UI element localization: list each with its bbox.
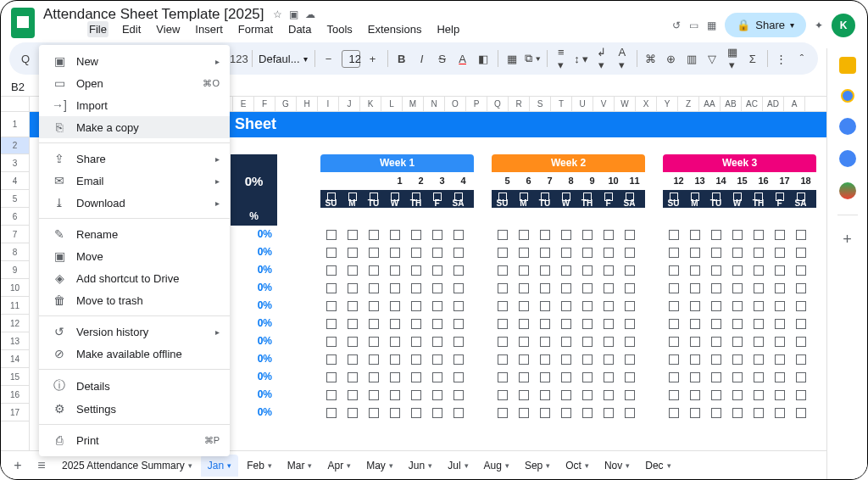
attendance-checkbox[interactable] <box>513 226 534 243</box>
attendance-checkbox[interactable] <box>726 350 748 368</box>
attendance-checkbox[interactable] <box>748 368 769 386</box>
share-button[interactable]: 🔒 Share ▾ <box>725 13 806 37</box>
attendance-checkbox[interactable] <box>663 386 684 404</box>
attendance-checkbox[interactable] <box>684 332 705 350</box>
menubar-view[interactable]: View <box>154 21 181 37</box>
attendance-checkbox[interactable] <box>426 279 448 297</box>
attendance-checkbox[interactable] <box>769 279 790 297</box>
functions-button[interactable]: Σ <box>745 53 760 65</box>
menu-new[interactable]: ▣New▸ <box>39 50 230 72</box>
attendance-checkbox[interactable] <box>663 368 684 386</box>
menu-details[interactable]: ⓘDetails <box>39 374 230 398</box>
row-header[interactable]: 3 <box>1 154 29 172</box>
attendance-checkbox[interactable] <box>534 332 555 350</box>
chevron-down-icon[interactable]: ▾ <box>428 461 432 470</box>
account-avatar[interactable]: K <box>832 14 855 37</box>
chevron-down-icon[interactable]: ▾ <box>227 461 231 470</box>
attendance-checkbox[interactable] <box>534 368 555 386</box>
doc-title[interactable]: Attendance Sheet Template [2025] <box>43 6 264 23</box>
attendance-checkbox[interactable] <box>363 243 384 261</box>
attendance-checkbox[interactable] <box>684 368 705 386</box>
attendance-checkbox[interactable] <box>534 386 555 404</box>
attendance-checkbox[interactable] <box>513 315 534 332</box>
col-header[interactable]: U <box>572 97 593 111</box>
attendance-checkbox[interactable] <box>492 368 513 386</box>
attendance-checkbox[interactable] <box>576 226 598 243</box>
row-header[interactable]: 13 <box>1 332 29 350</box>
menubar-edit[interactable]: Edit <box>120 21 142 37</box>
attendance-checkbox[interactable] <box>405 243 426 261</box>
col-header[interactable]: F <box>254 97 275 111</box>
attendance-checkbox[interactable] <box>726 243 748 261</box>
attendance-checkbox[interactable] <box>684 243 705 261</box>
attendance-checkbox[interactable] <box>790 368 811 386</box>
attendance-checkbox[interactable] <box>748 297 769 315</box>
attendance-checkbox[interactable] <box>748 332 769 350</box>
attendance-checkbox[interactable] <box>748 226 769 243</box>
attendance-checkbox[interactable] <box>663 404 684 421</box>
col-header[interactable]: X <box>636 97 657 111</box>
col-header[interactable]: AD <box>763 97 784 111</box>
attendance-checkbox[interactable] <box>726 404 748 421</box>
menubar-data[interactable]: Data <box>287 21 313 37</box>
attendance-checkbox[interactable] <box>534 315 555 332</box>
col-header[interactable]: T <box>551 97 572 111</box>
col-header[interactable]: N <box>424 97 445 111</box>
attendance-checkbox[interactable] <box>555 279 576 297</box>
row-header[interactable]: 11 <box>1 297 29 315</box>
attendance-checkbox[interactable] <box>555 226 576 243</box>
row-header[interactable]: 7 <box>1 226 29 243</box>
chevron-down-icon[interactable]: ▾ <box>347 461 351 470</box>
attendance-checkbox[interactable] <box>705 350 726 368</box>
attendance-checkbox[interactable] <box>555 404 576 421</box>
col-header[interactable]: I <box>318 97 339 111</box>
attendance-checkbox[interactable] <box>342 332 363 350</box>
attendance-checkbox[interactable] <box>426 386 448 404</box>
attendance-checkbox[interactable] <box>342 279 363 297</box>
chevron-down-icon[interactable]: ▾ <box>465 461 469 470</box>
zoom-value[interactable]: 123 <box>230 53 245 65</box>
attendance-checkbox[interactable] <box>405 297 426 315</box>
attendance-checkbox[interactable] <box>576 368 598 386</box>
attendance-checkbox[interactable] <box>320 315 342 332</box>
attendance-checkbox[interactable] <box>492 332 513 350</box>
menu-import[interactable]: →]Import <box>39 94 230 116</box>
attendance-checkbox[interactable] <box>769 368 790 386</box>
attendance-checkbox[interactable] <box>492 243 513 261</box>
attendance-checkbox[interactable] <box>320 261 342 279</box>
attendance-checkbox[interactable] <box>790 279 811 297</box>
attendance-checkbox[interactable] <box>513 350 534 368</box>
attendance-checkbox[interactable] <box>790 332 811 350</box>
attendance-checkbox[interactable] <box>534 350 555 368</box>
attendance-checkbox[interactable] <box>576 261 598 279</box>
attendance-checkbox[interactable] <box>405 332 426 350</box>
italic-button[interactable]: I <box>415 53 430 65</box>
maps-icon[interactable] <box>839 182 856 199</box>
attendance-checkbox[interactable] <box>619 315 640 332</box>
sheet-tab-jul[interactable]: Jul▾ <box>441 455 475 477</box>
row-header[interactable]: 15 <box>1 368 29 386</box>
attendance-checkbox[interactable] <box>790 297 811 315</box>
attendance-checkbox[interactable] <box>513 368 534 386</box>
menu-add-shortcut[interactable]: ◈Add shortcut to Drive <box>39 267 230 289</box>
attendance-checkbox[interactable] <box>705 404 726 421</box>
menubar-insert[interactable]: Insert <box>193 21 225 37</box>
attendance-checkbox[interactable] <box>726 368 748 386</box>
attendance-checkbox[interactable] <box>705 315 726 332</box>
attendance-checkbox[interactable] <box>534 297 555 315</box>
attendance-checkbox[interactable] <box>448 350 469 368</box>
attendance-checkbox[interactable] <box>598 368 619 386</box>
attendance-checkbox[interactable] <box>342 315 363 332</box>
attendance-checkbox[interactable] <box>619 404 640 421</box>
attendance-checkbox[interactable] <box>426 243 448 261</box>
col-header[interactable]: Z <box>678 97 699 111</box>
attendance-checkbox[interactable] <box>555 261 576 279</box>
attendance-checkbox[interactable] <box>555 368 576 386</box>
font-size-input[interactable]: 12 <box>342 50 360 68</box>
attendance-checkbox[interactable] <box>513 279 534 297</box>
attendance-checkbox[interactable] <box>790 350 811 368</box>
attendance-checkbox[interactable] <box>513 386 534 404</box>
attendance-checkbox[interactable] <box>363 261 384 279</box>
attendance-checkbox[interactable] <box>576 279 598 297</box>
attendance-checkbox[interactable] <box>598 243 619 261</box>
